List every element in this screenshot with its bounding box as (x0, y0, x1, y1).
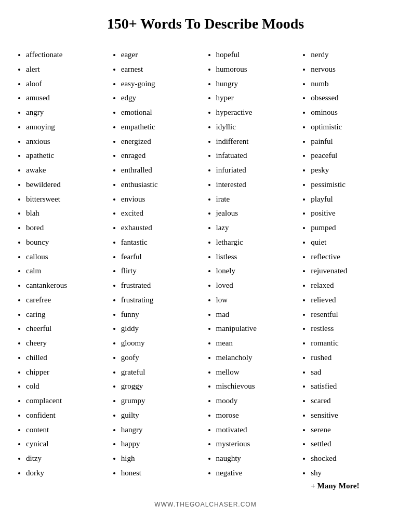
list-item: optimistic (311, 120, 395, 135)
list-item: bouncy (26, 235, 111, 250)
more-text: + Many More! (300, 482, 395, 490)
list-item: complacent (26, 394, 111, 408)
list-item: infuriated (216, 163, 301, 178)
list-item: envious (121, 192, 206, 207)
list-item: pessimistic (311, 178, 395, 192)
list-item: emotional (121, 105, 206, 120)
list-item: callous (26, 250, 111, 264)
list-item: romantic (311, 336, 395, 351)
page-container: 150+ Words To Describe Moods affectionat… (0, 0, 411, 518)
list-item: infatuated (216, 149, 301, 163)
list-item: groggy (121, 379, 206, 394)
list-item: satisfied (311, 379, 395, 394)
list-item: frustrated (121, 278, 206, 293)
list-item: shy (311, 466, 395, 481)
footer-text: WWW.THEGOALCHASER.COM (154, 501, 256, 508)
list-item: alert (26, 62, 111, 77)
list-item: painful (311, 135, 395, 149)
list-item: gloomy (121, 336, 206, 351)
word-list-4: nerdynervousnumbobsessedominousoptimisti… (300, 48, 395, 481)
list-item: hyper (216, 91, 301, 105)
list-item: relaxed (311, 278, 395, 293)
list-item: excited (121, 206, 206, 221)
word-list-1: affectionatealertaloofamusedangryannoyin… (16, 48, 111, 481)
list-item: earnest (121, 62, 206, 77)
list-item: numb (311, 77, 395, 91)
columns-container: affectionatealertaloofamusedangryannoyin… (16, 48, 395, 490)
list-item: pumped (311, 221, 395, 235)
list-item: quiet (311, 235, 395, 250)
list-item: mad (216, 308, 301, 322)
list-item: lazy (216, 221, 301, 235)
list-item: moody (216, 394, 301, 408)
list-item: frustrating (121, 293, 206, 308)
list-item: content (26, 423, 111, 437)
list-item: goofy (121, 351, 206, 365)
list-item: peaceful (311, 149, 395, 163)
list-item: awake (26, 163, 111, 178)
list-item: funny (121, 308, 206, 322)
list-item: naughty (216, 451, 301, 466)
list-item: hyperactive (216, 105, 301, 120)
list-item: mellow (216, 365, 301, 380)
list-item: idyllic (216, 120, 301, 135)
list-item: energized (121, 135, 206, 149)
list-item: shocked (311, 451, 395, 466)
list-item: relieved (311, 293, 395, 308)
list-item: ditzy (26, 451, 111, 466)
list-item: eager (121, 48, 206, 62)
list-item: aloof (26, 77, 111, 91)
list-item: affectionate (26, 48, 111, 62)
list-item: morose (216, 408, 301, 423)
column-4: nerdynervousnumbobsessedominousoptimisti… (300, 48, 395, 490)
list-item: hangry (121, 423, 206, 437)
list-item: pesky (311, 163, 395, 178)
list-item: flirty (121, 264, 206, 278)
list-item: happy (121, 437, 206, 451)
list-item: playful (311, 192, 395, 207)
word-list-2: eagerearnesteasy-goingedgyemotionalempat… (111, 48, 206, 481)
list-item: bored (26, 221, 111, 235)
list-item: honest (121, 466, 206, 481)
list-item: grateful (121, 365, 206, 380)
list-item: mysterious (216, 437, 301, 451)
list-item: negative (216, 466, 301, 481)
list-item: enthralled (121, 163, 206, 178)
list-item: hungry (216, 77, 301, 91)
list-item: sad (311, 365, 395, 380)
list-item: irate (216, 192, 301, 207)
list-item: hopeful (216, 48, 301, 62)
column-3: hopefulhumoroushungryhyperhyperactiveidy… (206, 48, 301, 490)
list-item: interested (216, 178, 301, 192)
list-item: calm (26, 264, 111, 278)
list-item: easy-going (121, 77, 206, 91)
list-item: edgy (121, 91, 206, 105)
list-item: enthusiastic (121, 178, 206, 192)
list-item: sensitive (311, 408, 395, 423)
list-item: guilty (121, 408, 206, 423)
list-item: indifferent (216, 135, 301, 149)
list-item: anxious (26, 135, 111, 149)
list-item: enraged (121, 149, 206, 163)
list-item: ominous (311, 105, 395, 120)
list-item: humorous (216, 62, 301, 77)
list-item: bittersweet (26, 192, 111, 207)
list-item: high (121, 451, 206, 466)
list-item: listless (216, 250, 301, 264)
list-item: cynical (26, 437, 111, 451)
list-item: resentful (311, 308, 395, 322)
list-item: carefree (26, 293, 111, 308)
list-item: fantastic (121, 235, 206, 250)
list-item: cheerful (26, 322, 111, 336)
list-item: confident (26, 408, 111, 423)
list-item: grumpy (121, 394, 206, 408)
list-item: positive (311, 206, 395, 221)
list-item: jealous (216, 206, 301, 221)
column-1: affectionatealertaloofamusedangryannoyin… (16, 48, 111, 490)
list-item: empathetic (121, 120, 206, 135)
list-item: dorky (26, 466, 111, 481)
word-list-3: hopefulhumoroushungryhyperhyperactiveidy… (206, 48, 301, 481)
list-item: fearful (121, 250, 206, 264)
list-item: manipulative (216, 322, 301, 336)
list-item: low (216, 293, 301, 308)
